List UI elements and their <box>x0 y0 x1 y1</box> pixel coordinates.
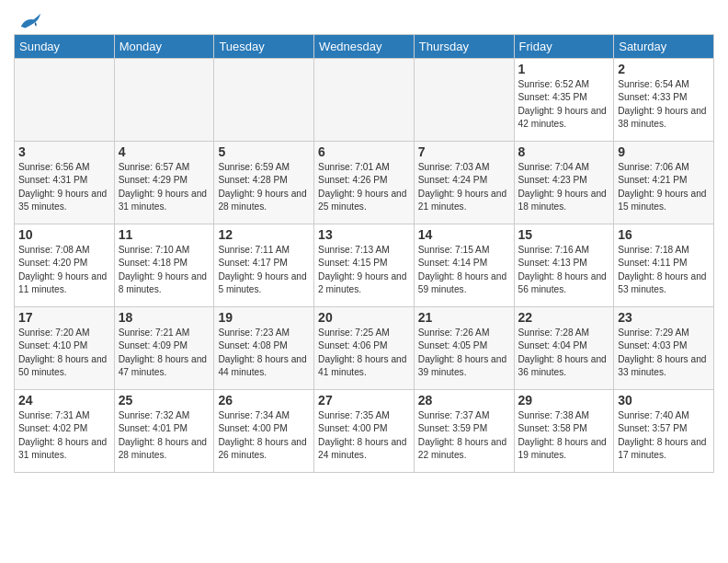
day-info: Sunrise: 7:15 AM Sunset: 4:14 PM Dayligh… <box>418 244 510 296</box>
calendar-cell <box>214 59 314 142</box>
week-row-4: 17Sunrise: 7:20 AM Sunset: 4:10 PM Dayli… <box>15 307 714 390</box>
calendar-cell: 1Sunrise: 6:52 AM Sunset: 4:35 PM Daylig… <box>514 59 614 142</box>
day-info: Sunrise: 7:13 AM Sunset: 4:15 PM Dayligh… <box>318 244 410 296</box>
col-header-tuesday: Tuesday <box>214 35 314 59</box>
day-number: 1 <box>518 62 610 76</box>
col-header-thursday: Thursday <box>414 35 514 59</box>
day-number: 3 <box>18 144 110 159</box>
day-number: 26 <box>218 393 310 408</box>
day-number: 23 <box>618 310 710 325</box>
day-number: 30 <box>618 393 710 408</box>
day-number: 24 <box>18 393 110 408</box>
day-info: Sunrise: 7:37 AM Sunset: 3:59 PM Dayligh… <box>418 409 510 462</box>
col-header-saturday: Saturday <box>614 35 714 59</box>
day-info: Sunrise: 7:32 AM Sunset: 4:01 PM Dayligh… <box>119 409 210 462</box>
calendar-cell: 3Sunrise: 6:56 AM Sunset: 4:31 PM Daylig… <box>15 142 115 224</box>
day-number: 4 <box>119 144 210 159</box>
day-number: 10 <box>18 227 110 242</box>
calendar-cell: 28Sunrise: 7:37 AM Sunset: 3:59 PM Dayli… <box>414 390 514 473</box>
day-info: Sunrise: 7:01 AM Sunset: 4:26 PM Dayligh… <box>318 161 410 213</box>
calendar-cell <box>414 59 514 142</box>
day-number: 29 <box>518 393 610 408</box>
calendar-page: SundayMondayTuesdayWednesdayThursdayFrid… <box>0 0 728 482</box>
calendar-cell: 8Sunrise: 7:04 AM Sunset: 4:23 PM Daylig… <box>514 142 614 224</box>
day-number: 27 <box>318 393 410 408</box>
calendar-cell: 15Sunrise: 7:16 AM Sunset: 4:13 PM Dayli… <box>514 224 614 307</box>
day-number: 18 <box>119 310 210 325</box>
day-number: 16 <box>618 227 710 242</box>
day-info: Sunrise: 6:54 AM Sunset: 4:33 PM Dayligh… <box>618 78 710 131</box>
day-info: Sunrise: 7:20 AM Sunset: 4:10 PM Dayligh… <box>18 327 110 379</box>
day-info: Sunrise: 7:23 AM Sunset: 4:08 PM Dayligh… <box>218 327 310 379</box>
day-info: Sunrise: 7:38 AM Sunset: 3:58 PM Dayligh… <box>518 409 610 462</box>
day-info: Sunrise: 7:34 AM Sunset: 4:00 PM Dayligh… <box>218 409 310 462</box>
day-number: 7 <box>418 144 510 159</box>
header-row: SundayMondayTuesdayWednesdayThursdayFrid… <box>15 35 714 59</box>
col-header-sunday: Sunday <box>15 35 115 59</box>
calendar-cell: 17Sunrise: 7:20 AM Sunset: 4:10 PM Dayli… <box>15 307 115 390</box>
calendar-cell: 16Sunrise: 7:18 AM Sunset: 4:11 PM Dayli… <box>614 224 714 307</box>
day-info: Sunrise: 7:40 AM Sunset: 3:57 PM Dayligh… <box>618 409 710 462</box>
day-number: 2 <box>618 62 710 76</box>
day-number: 25 <box>119 393 210 408</box>
calendar-cell: 24Sunrise: 7:31 AM Sunset: 4:02 PM Dayli… <box>15 390 115 473</box>
col-header-monday: Monday <box>114 35 214 59</box>
day-info: Sunrise: 7:26 AM Sunset: 4:05 PM Dayligh… <box>418 327 510 379</box>
day-number: 28 <box>418 393 510 408</box>
day-info: Sunrise: 6:57 AM Sunset: 4:29 PM Dayligh… <box>119 161 210 213</box>
day-number: 15 <box>518 227 610 242</box>
header <box>14 9 714 29</box>
week-row-1: 1Sunrise: 6:52 AM Sunset: 4:35 PM Daylig… <box>15 59 714 142</box>
day-number: 5 <box>218 144 310 159</box>
calendar-cell: 21Sunrise: 7:26 AM Sunset: 4:05 PM Dayli… <box>414 307 514 390</box>
day-info: Sunrise: 7:16 AM Sunset: 4:13 PM Dayligh… <box>518 244 610 296</box>
day-number: 19 <box>218 310 310 325</box>
logo-bird-icon <box>17 9 42 35</box>
calendar-cell: 6Sunrise: 7:01 AM Sunset: 4:26 PM Daylig… <box>314 142 415 224</box>
day-info: Sunrise: 7:21 AM Sunset: 4:09 PM Dayligh… <box>119 327 210 379</box>
calendar-cell: 30Sunrise: 7:40 AM Sunset: 3:57 PM Dayli… <box>614 390 714 473</box>
week-row-3: 10Sunrise: 7:08 AM Sunset: 4:20 PM Dayli… <box>15 224 714 307</box>
day-info: Sunrise: 7:11 AM Sunset: 4:17 PM Dayligh… <box>218 244 310 296</box>
day-number: 13 <box>318 227 410 242</box>
calendar-cell: 11Sunrise: 7:10 AM Sunset: 4:18 PM Dayli… <box>114 224 214 307</box>
week-row-5: 24Sunrise: 7:31 AM Sunset: 4:02 PM Dayli… <box>15 390 714 473</box>
calendar-cell: 9Sunrise: 7:06 AM Sunset: 4:21 PM Daylig… <box>614 142 714 224</box>
calendar-cell: 12Sunrise: 7:11 AM Sunset: 4:17 PM Dayli… <box>214 224 314 307</box>
day-info: Sunrise: 7:10 AM Sunset: 4:18 PM Dayligh… <box>119 244 210 296</box>
logo <box>14 9 42 29</box>
col-header-friday: Friday <box>514 35 614 59</box>
calendar-cell: 27Sunrise: 7:35 AM Sunset: 4:00 PM Dayli… <box>314 390 415 473</box>
day-number: 6 <box>318 144 410 159</box>
day-info: Sunrise: 7:35 AM Sunset: 4:00 PM Dayligh… <box>318 409 410 462</box>
calendar-cell: 23Sunrise: 7:29 AM Sunset: 4:03 PM Dayli… <box>614 307 714 390</box>
calendar-cell: 29Sunrise: 7:38 AM Sunset: 3:58 PM Dayli… <box>514 390 614 473</box>
day-number: 22 <box>518 310 610 325</box>
calendar-cell: 19Sunrise: 7:23 AM Sunset: 4:08 PM Dayli… <box>214 307 314 390</box>
calendar-cell <box>114 59 214 142</box>
col-header-wednesday: Wednesday <box>314 35 415 59</box>
week-row-2: 3Sunrise: 6:56 AM Sunset: 4:31 PM Daylig… <box>15 142 714 224</box>
calendar-cell: 26Sunrise: 7:34 AM Sunset: 4:00 PM Dayli… <box>214 390 314 473</box>
day-number: 14 <box>418 227 510 242</box>
day-info: Sunrise: 7:18 AM Sunset: 4:11 PM Dayligh… <box>618 244 710 296</box>
calendar-cell: 5Sunrise: 6:59 AM Sunset: 4:28 PM Daylig… <box>214 142 314 224</box>
calendar-cell <box>314 59 415 142</box>
day-info: Sunrise: 7:29 AM Sunset: 4:03 PM Dayligh… <box>618 327 710 379</box>
day-number: 12 <box>218 227 310 242</box>
day-info: Sunrise: 6:52 AM Sunset: 4:35 PM Dayligh… <box>518 78 610 131</box>
day-info: Sunrise: 6:56 AM Sunset: 4:31 PM Dayligh… <box>18 161 110 213</box>
day-info: Sunrise: 6:59 AM Sunset: 4:28 PM Dayligh… <box>218 161 310 213</box>
calendar-cell <box>15 59 115 142</box>
calendar-cell: 2Sunrise: 6:54 AM Sunset: 4:33 PM Daylig… <box>614 59 714 142</box>
day-number: 11 <box>119 227 210 242</box>
day-info: Sunrise: 7:25 AM Sunset: 4:06 PM Dayligh… <box>318 327 410 379</box>
day-info: Sunrise: 7:08 AM Sunset: 4:20 PM Dayligh… <box>18 244 110 296</box>
calendar-table: SundayMondayTuesdayWednesdayThursdayFrid… <box>14 34 714 473</box>
calendar-cell: 20Sunrise: 7:25 AM Sunset: 4:06 PM Dayli… <box>314 307 415 390</box>
calendar-cell: 13Sunrise: 7:13 AM Sunset: 4:15 PM Dayli… <box>314 224 415 307</box>
calendar-cell: 22Sunrise: 7:28 AM Sunset: 4:04 PM Dayli… <box>514 307 614 390</box>
day-number: 8 <box>518 144 610 159</box>
calendar-cell: 18Sunrise: 7:21 AM Sunset: 4:09 PM Dayli… <box>114 307 214 390</box>
day-info: Sunrise: 7:03 AM Sunset: 4:24 PM Dayligh… <box>418 161 510 213</box>
